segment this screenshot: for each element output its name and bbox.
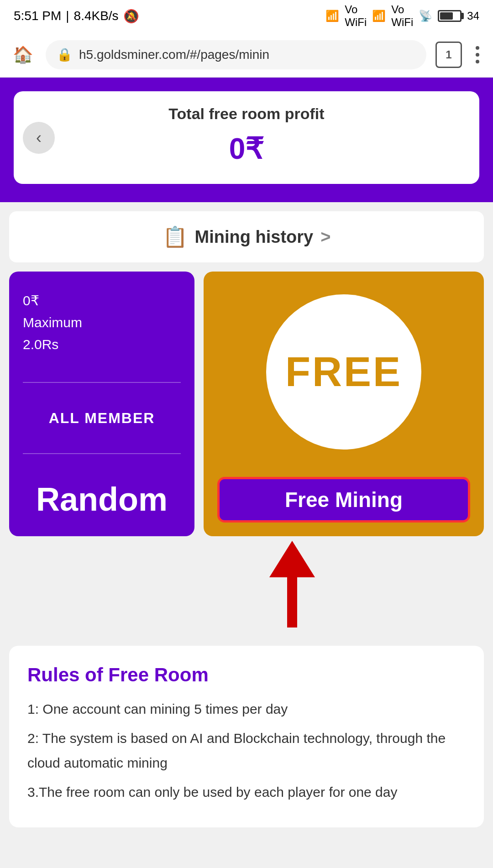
separator-1 (23, 382, 181, 383)
battery-percent: 34 (467, 10, 479, 22)
arrow-annotation (91, 536, 493, 637)
right-free-card: FREE Free Mining (204, 272, 484, 536)
tab-count-button[interactable]: 1 (435, 42, 462, 68)
page-title: Total free room profit (27, 105, 466, 123)
rules-list: 1: One account can mining 5 times per da… (27, 697, 466, 805)
purple-header: ‹ Total free room profit 0₹ (0, 78, 493, 202)
free-mining-button[interactable]: Free Mining (217, 477, 470, 523)
card-amount-info: 0₹ Maximum 2.0Rs (23, 290, 181, 356)
all-member-label: ALL MEMBER (23, 410, 181, 427)
cards-section: 0₹ Maximum 2.0Rs ALL MEMBER Random FREE … (9, 272, 484, 536)
url-text: h5.goldsminer.com/#/pages/minin (79, 47, 415, 62)
network-speed-value: 8.4KB/s (74, 9, 119, 23)
rule-1: 1: One account can mining 5 times per da… (27, 697, 466, 722)
status-bar: 5:51 PM | 8.4KB/s 🔕 📶 VoWiFi 📶 VoWiFi 📡 … (0, 0, 493, 32)
profit-amount: 0₹ (27, 132, 466, 166)
card-max-value: 2.0Rs (23, 334, 181, 356)
free-circle: FREE (266, 294, 421, 450)
red-arrow-icon (246, 536, 338, 637)
rules-title: Rules of Free Room (27, 664, 466, 686)
address-bar[interactable]: 🔒 h5.goldsminer.com/#/pages/minin (46, 40, 426, 69)
history-icon: 📋 (163, 225, 188, 249)
signal-icon: 📶 (325, 10, 339, 22)
rules-section: Rules of Free Room 1: One account can mi… (9, 646, 484, 827)
signal-icon-2: 📶 (372, 10, 386, 22)
wifi-icon-2: VoWiFi (391, 3, 413, 29)
browser-bar: 🏠 🔒 h5.goldsminer.com/#/pages/minin 1 (0, 32, 493, 78)
wifi-symbol: 📡 (419, 10, 432, 22)
battery-icon (438, 10, 462, 22)
mining-history-button[interactable]: 📋 Mining history > (9, 211, 484, 262)
rule-2: 2: The system is based on AI and Blockch… (27, 726, 466, 775)
separator-2 (23, 453, 181, 454)
card-amount: 0₹ (23, 290, 181, 312)
time-display: 5:51 PM (14, 9, 61, 23)
free-circle-text: FREE (285, 349, 402, 396)
wifi-icon: VoWiFi (345, 3, 367, 29)
mining-history-label: Mining history (195, 227, 314, 247)
left-mining-card: 0₹ Maximum 2.0Rs ALL MEMBER Random (9, 272, 194, 536)
svg-marker-1 (269, 541, 315, 577)
chevron-right-icon: > (320, 227, 330, 247)
random-label: Random (23, 481, 181, 518)
header-card: ‹ Total free room profit 0₹ (14, 91, 479, 184)
back-button[interactable]: ‹ (23, 122, 55, 154)
lock-icon: 🔒 (57, 47, 73, 62)
network-speed: | (66, 9, 69, 23)
browser-menu-button[interactable] (471, 42, 484, 68)
mute-icon: 🔕 (123, 9, 139, 24)
card-max-label: Maximum (23, 312, 181, 334)
home-button[interactable]: 🏠 (9, 41, 37, 68)
rule-3: 3.The free room can only be used by each… (27, 780, 466, 805)
